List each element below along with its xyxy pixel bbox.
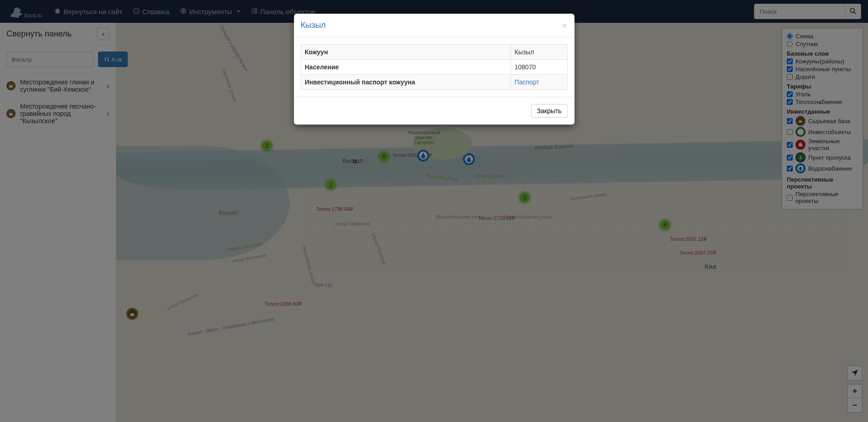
modal-dialog: Кызыл × КожуунКызыл Население108070 Инве… xyxy=(294,14,574,23)
modal-header: Кызыл × xyxy=(294,14,574,23)
close-icon: × xyxy=(562,20,567,23)
modal-title: Кызыл xyxy=(301,21,326,23)
modal-close-button[interactable]: × xyxy=(562,21,567,23)
modal-title-link[interactable]: Кызыл xyxy=(301,21,326,23)
